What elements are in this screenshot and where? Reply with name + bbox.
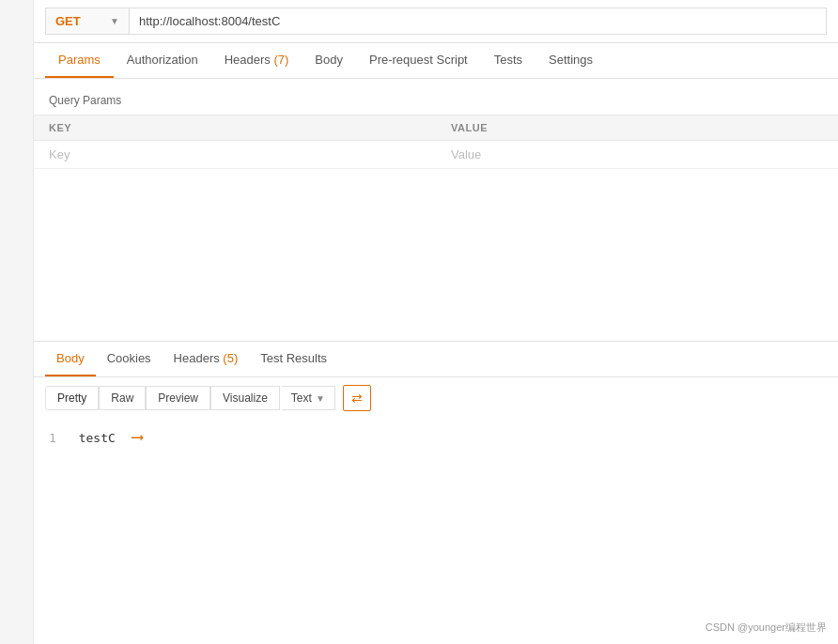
tab-settings[interactable]: Settings [535,43,606,78]
format-raw-button[interactable]: Raw [99,386,146,410]
tab-authorization[interactable]: Authorization [114,43,211,78]
method-value: GET [55,14,81,28]
response-tabs-bar: Body Cookies Headers (5) Test Results [34,342,838,377]
arrow-icon: ⟶ [132,426,143,446]
response-tab-cookies[interactable]: Cookies [96,342,163,376]
format-btn-group: Pretty Raw Preview Visualize [45,386,280,410]
url-input[interactable] [130,8,827,35]
format-type-value: Text [291,391,312,405]
value-cell[interactable]: Value [436,141,838,169]
response-toolbar: Pretty Raw Preview Visualize Text ▼ ⇄ [34,377,838,419]
response-headers-badge: (5) [223,351,238,365]
query-params-title: Query Params [34,88,838,115]
wrap-icon: ⇄ [351,391,363,406]
url-bar: GET ▼ [34,0,838,43]
key-column-header: KEY [34,115,436,141]
line-number: 1 [49,431,56,445]
method-select[interactable]: GET ▼ [45,8,130,35]
params-table: KEY VALUE Key Value [34,115,838,169]
tab-params[interactable]: Params [45,43,114,78]
request-panel: Query Params KEY VALUE Key Value [34,79,838,342]
wrap-button[interactable]: ⇄ [343,385,371,411]
value-column-header: VALUE [436,115,838,141]
tab-body[interactable]: Body [302,43,356,78]
headers-badge: (7) [273,53,288,67]
format-type-select[interactable]: Text ▼ [282,386,335,410]
tab-pre-request-script[interactable]: Pre-request Script [356,43,481,78]
tab-headers[interactable]: Headers (7) [211,43,303,78]
response-panel: Body Cookies Headers (5) Test Results Pr… [34,342,838,453]
response-tab-headers[interactable]: Headers (5) [163,342,250,376]
response-value: testC [79,431,116,445]
tab-tests[interactable]: Tests [481,43,535,78]
left-sidebar [0,0,34,453]
format-visualize-button[interactable]: Visualize [210,386,280,410]
response-body: 1 testC ⟶ [34,419,838,453]
response-tab-test-results[interactable]: Test Results [249,342,338,376]
format-pretty-button[interactable]: Pretty [45,386,99,410]
response-tab-body[interactable]: Body [45,342,96,376]
chevron-down-icon: ▼ [316,393,325,404]
chevron-down-icon: ▼ [110,16,119,26]
table-row: Key Value [34,141,838,169]
request-tabs-bar: Params Authorization Headers (7) Body Pr… [34,43,838,79]
format-preview-button[interactable]: Preview [146,386,210,410]
key-cell[interactable]: Key [34,141,436,169]
